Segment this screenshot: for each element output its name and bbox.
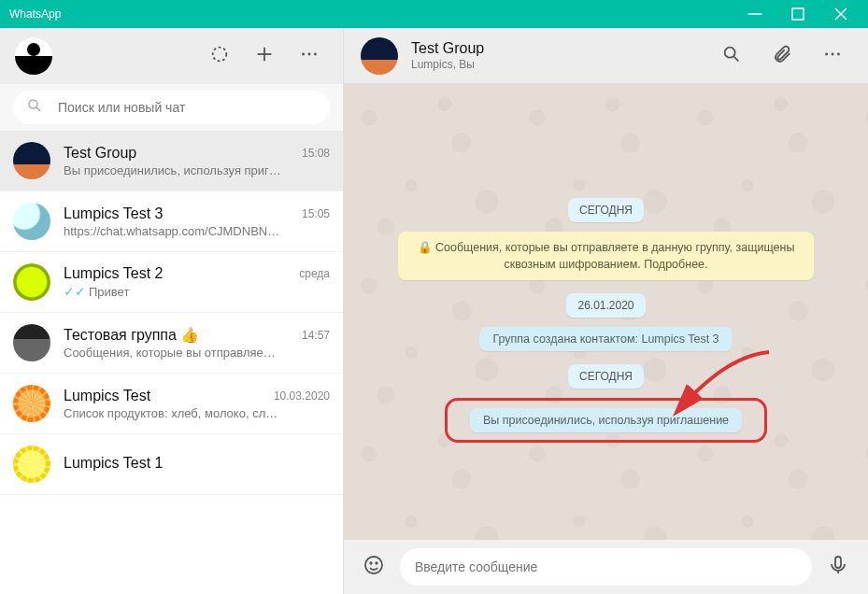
message-field[interactable] — [400, 548, 812, 586]
svg-line-13 — [733, 56, 738, 61]
menu-button[interactable] — [291, 37, 328, 75]
window-close-button[interactable] — [819, 0, 862, 28]
chat-item-avatar — [13, 142, 50, 179]
own-avatar[interactable] — [15, 37, 52, 75]
chat-item[interactable]: Тестовая группа 👍14:57Сообщения, которые… — [0, 313, 343, 374]
chat-item-preview: Вы присоединились, используя приг… — [64, 163, 330, 177]
chat-item-name: Lumpics Test 2 — [64, 265, 293, 282]
chat-item[interactable]: Test Group15:08Вы присоединились, исполь… — [0, 131, 343, 191]
chat-item-avatar — [13, 324, 50, 361]
chat-item-time: среда — [299, 267, 330, 280]
chat-list[interactable]: Test Group15:08Вы присоединились, исполь… — [0, 131, 343, 594]
chat-title: Test Group — [411, 40, 484, 57]
paperclip-icon — [772, 44, 792, 68]
svg-point-7 — [302, 53, 305, 56]
svg-point-18 — [370, 562, 372, 564]
window-title: WhatsApp — [9, 7, 733, 21]
svg-point-10 — [29, 100, 37, 108]
read-ticks-icon: ✓✓ — [64, 284, 86, 299]
chat-item-avatar — [13, 385, 50, 422]
chat-item-preview: https://chat.whatsapp.com/CJMDNBN… — [64, 224, 330, 238]
messages-area[interactable]: СЕГОДНЯ 🔒 Сообщения, которые вы отправля… — [344, 84, 868, 540]
svg-point-19 — [376, 562, 377, 564]
chat-item-preview: Список продуктов: хлеб, молоко, сл… — [64, 406, 330, 420]
svg-point-14 — [825, 52, 828, 55]
svg-line-11 — [36, 107, 40, 111]
left-header — [0, 28, 343, 84]
system-message: Группа создана контактом: Lumpics Test 3 — [479, 327, 732, 351]
chat-item[interactable]: Lumpics Test 2среда✓✓Привет — [0, 252, 343, 313]
search-icon — [26, 97, 43, 118]
date-pill: СЕГОДНЯ — [568, 364, 644, 389]
right-pane: Test Group Lumpics, Вы СЕГОДНЯ 🔒 Сообщен… — [344, 28, 868, 594]
date-pill: СЕГОДНЯ — [568, 198, 644, 222]
system-message-joined: Вы присоединились, используя приглашение — [470, 408, 742, 432]
encryption-notice[interactable]: 🔒 Сообщения, которые вы отправляете в да… — [398, 232, 813, 280]
svg-point-16 — [837, 52, 840, 55]
svg-rect-1 — [792, 8, 804, 20]
chat-item-avatar — [13, 263, 50, 301]
window-titlebar: WhatsApp — [0, 0, 868, 28]
chat-item-name: Lumpics Test 1 — [64, 455, 324, 472]
mic-button[interactable] — [821, 550, 855, 584]
attach-button[interactable] — [763, 37, 801, 75]
svg-point-12 — [725, 47, 735, 57]
chat-item[interactable]: Lumpics Test 1 — [0, 434, 343, 495]
left-pane: Test Group15:08Вы присоединились, исполь… — [0, 28, 344, 594]
new-chat-button[interactable] — [246, 37, 283, 75]
search-icon — [721, 44, 742, 68]
emoji-icon — [363, 554, 385, 580]
app-root: Test Group15:08Вы присоединились, исполь… — [0, 28, 868, 594]
window-minimize-button[interactable] — [733, 0, 776, 28]
chat-header[interactable]: Test Group Lumpics, Вы — [344, 28, 868, 84]
chat-item-preview: Сообщения, которые вы отправляе… — [64, 346, 330, 360]
chat-item-avatar — [13, 203, 50, 240]
chat-item-name: Lumpics Test — [64, 388, 268, 404]
svg-point-9 — [314, 53, 317, 56]
mic-icon — [827, 554, 849, 580]
svg-rect-20 — [835, 557, 841, 568]
chat-search-button[interactable] — [713, 37, 750, 75]
plus-icon — [254, 44, 275, 68]
chat-item-time: 10.03.2020 — [274, 389, 330, 403]
chat-avatar[interactable] — [361, 37, 398, 75]
dots-icon — [822, 44, 843, 68]
chat-item-time: 15:05 — [302, 207, 330, 220]
chat-item-time: 14:57 — [302, 329, 330, 342]
svg-point-8 — [308, 53, 311, 56]
chat-item[interactable]: Lumpics Test10.03.2020Список продуктов: … — [0, 374, 343, 434]
chat-item-name: Тестовая группа 👍 — [64, 326, 296, 344]
chat-item-name: Test Group — [64, 145, 296, 162]
highlight-annotation: Вы присоединились, используя приглашение — [445, 398, 767, 443]
chat-item-preview: ✓✓Привет — [64, 284, 330, 299]
window-maximize-button[interactable] — [776, 0, 819, 28]
svg-point-4 — [213, 48, 227, 62]
chat-item-avatar — [13, 446, 50, 483]
chat-item-time: 15:08 — [302, 147, 330, 160]
chat-menu-button[interactable] — [814, 37, 851, 75]
chat-subtitle: Lumpics, Вы — [411, 58, 484, 71]
svg-point-15 — [832, 52, 834, 55]
message-input[interactable] — [415, 559, 797, 574]
chat-item-name: Lumpics Test 3 — [64, 205, 296, 222]
search-row — [0, 84, 343, 131]
date-pill: 26.01.2020 — [566, 293, 645, 318]
chat-item[interactable]: Lumpics Test 315:05https://chat.whatsapp… — [0, 191, 343, 252]
composer — [344, 540, 868, 594]
emoji-button[interactable] — [357, 550, 391, 584]
search-box[interactable] — [13, 91, 330, 124]
svg-point-17 — [365, 557, 382, 573]
status-button[interactable] — [201, 37, 238, 75]
search-input[interactable] — [58, 100, 317, 115]
status-icon — [209, 44, 230, 68]
dots-icon — [299, 44, 320, 68]
